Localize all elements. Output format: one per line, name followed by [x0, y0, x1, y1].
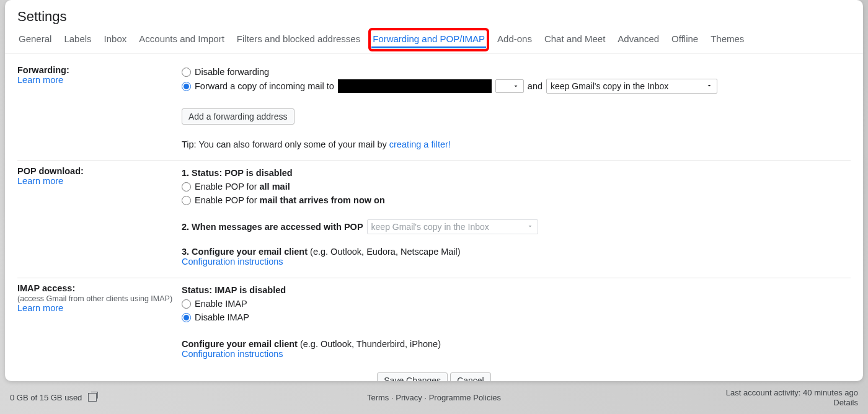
section-imap: IMAP access: (access Gmail from other cl… [17, 278, 851, 370]
forwarding-heading: Forwarding: [17, 65, 69, 75]
pop-when-select[interactable]: keep Gmail's copy in the Inbox [367, 219, 538, 234]
radio-pop-from-now[interactable] [182, 196, 191, 205]
activity-details-link[interactable]: Details [833, 398, 858, 407]
pop-config-instructions-link[interactable]: Configuration instructions [182, 257, 283, 266]
tab-addons[interactable]: Add-ons [496, 31, 533, 48]
forward-address-select[interactable] [495, 79, 524, 93]
pop-learn-more-link[interactable]: Learn more [17, 176, 63, 186]
radio-pop-all-mail[interactable] [182, 182, 191, 192]
radio-disable-imap[interactable] [182, 313, 191, 322]
radio-disable-forwarding[interactable] [182, 68, 191, 77]
imap-heading: IMAP access: [17, 283, 75, 293]
pop-enable-all-bold: all mail [260, 182, 290, 192]
footer-terms-link[interactable]: Terms [367, 393, 389, 402]
imap-config-instructions-link[interactable]: Configuration instructions [182, 349, 283, 359]
pop-enable-now-prefix: Enable POP for [195, 195, 260, 205]
tab-advanced[interactable]: Advanced [616, 31, 660, 48]
imap-subheading: (access Gmail from other clients using I… [17, 294, 172, 303]
tab-accounts[interactable]: Accounts and Import [138, 31, 226, 48]
settings-panel: Settings General Labels Inbox Accounts a… [5, 0, 863, 381]
tab-chat[interactable]: Chat and Meet [543, 31, 606, 48]
forward-tip-text: Tip: You can also forward only some of y… [182, 139, 389, 149]
account-activity-text: Last account activity: 40 minutes ago [726, 388, 858, 398]
pop-configure-prefix: 3. Configure your email client [182, 247, 310, 257]
radio-enable-imap[interactable] [182, 299, 191, 309]
storage-usage[interactable]: 0 GB of 15 GB used [10, 393, 82, 402]
cancel-button[interactable]: Cancel [450, 372, 491, 381]
footer-bar: 0 GB of 15 GB used Terms · Privacy · Pro… [0, 381, 868, 414]
pop-when-selected: keep Gmail's copy in the Inbox [371, 220, 489, 234]
tab-offline[interactable]: Offline [670, 31, 699, 48]
imap-configure-prefix: Configure your email client [182, 339, 300, 349]
tab-general[interactable]: General [17, 31, 53, 48]
forwarding-learn-more-link[interactable]: Learn more [17, 75, 63, 85]
footer-privacy-link[interactable]: Privacy [396, 393, 422, 402]
forward-copy-label: Forward a copy of incoming mail to [195, 79, 334, 93]
pop-status-value: POP is disabled [224, 168, 292, 178]
imap-configure-example: (e.g. Outlook, Thunderbird, iPhone) [300, 339, 441, 349]
page-title: Settings [5, 0, 863, 31]
pop-enable-all-prefix: Enable POP for [195, 182, 260, 192]
chevron-down-icon [526, 222, 534, 230]
enable-imap-label: Enable IMAP [195, 297, 247, 310]
tab-labels[interactable]: Labels [63, 31, 92, 48]
forward-action-select[interactable]: keep Gmail's copy in the Inbox [546, 79, 717, 94]
imap-status-prefix: Status: [182, 285, 215, 295]
section-forwarding: Forwarding: Learn more Disable forwardin… [17, 60, 851, 161]
footer-policies-link[interactable]: Programme Policies [429, 393, 501, 402]
tab-inbox[interactable]: Inbox [103, 31, 128, 48]
pop-enable-now-bold: mail that arrives from now on [260, 195, 385, 205]
radio-forward-copy[interactable] [182, 82, 191, 91]
pop-heading: POP download: [17, 166, 84, 176]
disable-forwarding-label: Disable forwarding [195, 65, 269, 79]
add-forwarding-address-button[interactable]: Add a forwarding address [182, 108, 294, 125]
disable-imap-label: Disable IMAP [195, 310, 249, 324]
pop-status-prefix: 1. Status: [182, 168, 224, 178]
section-pop: POP download: Learn more 1. Status: POP … [17, 161, 851, 278]
tab-themes[interactable]: Themes [709, 31, 745, 48]
forward-action-selected: keep Gmail's copy in the Inbox [551, 79, 668, 93]
chevron-down-icon [512, 82, 520, 90]
chevron-down-icon [706, 82, 713, 89]
external-link-icon[interactable] [88, 393, 97, 402]
pop-configure-example: (e.g. Outlook, Eudora, Netscape Mail) [310, 247, 461, 257]
forward-address-redacted [338, 79, 492, 93]
create-filter-link[interactable]: creating a filter! [389, 139, 451, 149]
tab-forwarding[interactable]: Forwarding and POP/IMAP [371, 31, 486, 48]
save-changes-button[interactable]: Save Changes [377, 372, 448, 381]
tab-filters[interactable]: Filters and blocked addresses [236, 31, 361, 48]
imap-learn-more-link[interactable]: Learn more [17, 303, 63, 313]
settings-content: Forwarding: Learn more Disable forwardin… [5, 54, 863, 381]
form-actions: Save Changes Cancel [17, 370, 851, 381]
pop-when-label: 2. When messages are accessed with POP [182, 220, 363, 234]
settings-tabs: General Labels Inbox Accounts and Import… [5, 31, 863, 54]
forward-and-label: and [528, 79, 542, 93]
imap-status-value: IMAP is disabled [215, 285, 286, 295]
